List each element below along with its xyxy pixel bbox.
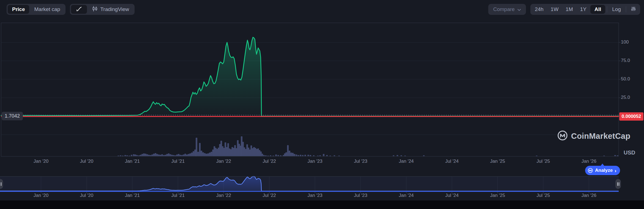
navigator-tick-label: Jul '25	[537, 193, 550, 198]
tradingview-type-button[interactable]: TradingView	[88, 5, 133, 14]
coinmarketcap-logo-icon	[557, 130, 568, 142]
range-1m-button[interactable]: 1M	[562, 5, 576, 14]
navigator-left-handle[interactable]	[0, 179, 3, 189]
x-axis-tick-label: Jan '22	[216, 159, 231, 164]
x-axis-tick-label: Jul '23	[354, 159, 367, 164]
grip-line	[1, 182, 1, 186]
analyze-label: Analyze	[595, 168, 613, 173]
y-axis-label-50: 50.0	[621, 76, 630, 82]
price-tab[interactable]: Price	[8, 5, 29, 14]
coinmarketcap-watermark: CoinMarketCap	[557, 130, 630, 142]
line-chart-type-button[interactable]	[71, 5, 87, 14]
currency-unit-label: USD	[624, 150, 635, 156]
x-axis-tick-label: Jul '24	[445, 159, 459, 164]
price-chart[interactable]	[0, 0, 644, 209]
range-selector: 24h 1W 1M 1Y All Log	[530, 4, 640, 15]
navigator-tick-label: Jul '24	[445, 193, 459, 198]
range-24h-button[interactable]: 24h	[531, 5, 547, 14]
x-axis-tick-label: Jul '25	[537, 159, 550, 164]
bottom-filler-strip	[0, 200, 644, 209]
chevron-down-icon	[517, 6, 521, 12]
grip-line	[619, 182, 619, 186]
navigator-x-axis-labels: Jan '20Jul '20Jan '21Jul '21Jan '22Jul '…	[0, 193, 644, 198]
range-1w-button[interactable]: 1W	[547, 5, 562, 14]
sliders-icon	[631, 6, 636, 13]
price-marketcap-toggle: Price Market cap	[7, 4, 66, 15]
candlestick-icon	[92, 6, 98, 13]
navigator-tick-label: Jan '23	[307, 193, 322, 198]
chevron-right-icon: ›	[615, 168, 616, 173]
y-axis-label-75: 75.0	[621, 58, 630, 63]
navigator-tick-label: Jan '22	[216, 193, 231, 198]
navigator-chart[interactable]	[0, 177, 619, 193]
navigator-tick-label: Jan '24	[399, 193, 414, 198]
range-all-button[interactable]: All	[590, 5, 605, 14]
divider	[607, 6, 607, 12]
navigator-tick-label: Jul '23	[354, 193, 367, 198]
x-axis-tick-label: Jan '21	[125, 159, 140, 164]
x-axis-tick-label: Jan '26	[582, 159, 596, 164]
navigator-tick-label: Jul '20	[80, 193, 94, 198]
line-chart-icon	[76, 6, 82, 13]
navigator-tick-label: Jan '25	[490, 193, 505, 198]
navigator-tick-label: Jan '21	[125, 193, 140, 198]
grip-line	[617, 182, 618, 186]
y-axis-label-25: 25.0	[621, 95, 630, 100]
y-axis-label-100: 100	[621, 39, 629, 45]
x-axis-tick-label: Jul '22	[263, 159, 276, 164]
tradingview-label: TradingView	[100, 6, 129, 12]
navigator-tick-label: Jul '22	[263, 193, 276, 198]
analyze-button[interactable]: Analyze ›	[585, 166, 620, 175]
navigator-tick-label: Jul '21	[171, 193, 185, 198]
current-price-tag: 0.000052	[619, 112, 643, 121]
x-axis-tick-label: Jul '21	[171, 159, 185, 164]
x-axis-labels: Jan '20Jul '20Jan '21Jul '21Jan '22Jul '…	[0, 159, 644, 164]
compare-label: Compare	[493, 6, 515, 12]
navigator-tick-label: Jan '20	[34, 193, 48, 198]
x-axis-tick-label: Jan '20	[34, 159, 48, 164]
x-axis-tick-label: Jan '25	[490, 159, 505, 164]
navigator-right-handle[interactable]	[615, 179, 621, 189]
chart-type-toggle: TradingView	[70, 4, 135, 15]
chart-toolbar: Price Market cap Tradin	[7, 4, 640, 15]
divider	[626, 6, 626, 12]
analyze-logo-icon	[588, 168, 593, 173]
navigator-tick-label: Jan '26	[582, 193, 596, 198]
watermark-label: CoinMarketCap	[571, 132, 630, 141]
range-1y-button[interactable]: 1Y	[577, 5, 590, 14]
log-scale-button[interactable]: Log	[609, 5, 624, 14]
x-axis-tick-label: Jul '20	[80, 159, 94, 164]
left-price-tag: 1.7042	[2, 112, 23, 120]
market-cap-tab[interactable]: Market cap	[30, 5, 64, 14]
compare-button[interactable]: Compare	[488, 4, 526, 15]
x-axis-tick-label: Jan '24	[399, 159, 414, 164]
x-axis-tick-label: Jan '23	[307, 159, 322, 164]
chart-settings-button[interactable]	[628, 5, 639, 14]
